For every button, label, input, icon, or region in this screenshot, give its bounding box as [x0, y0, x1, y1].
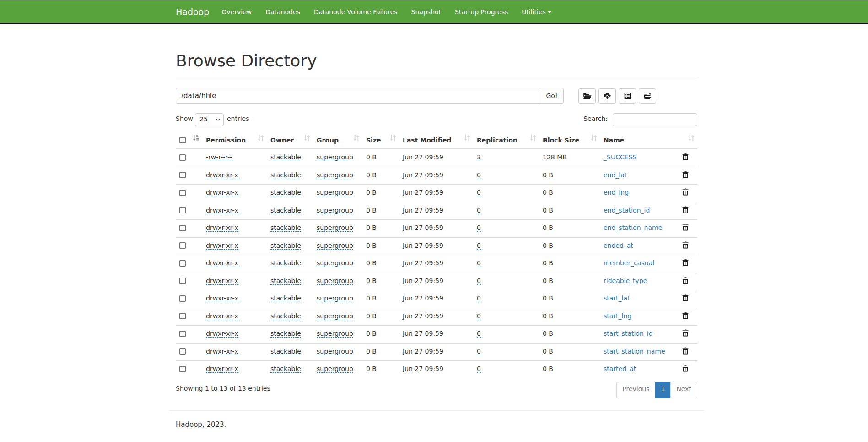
delete-entry-button[interactable]	[682, 241, 689, 249]
delete-entry-button[interactable]	[682, 277, 689, 284]
nav-item-utilities[interactable]: Utilities	[515, 0, 558, 23]
replication-cell[interactable]: 0	[477, 312, 481, 320]
replication-cell[interactable]: 0	[477, 295, 481, 302]
group-cell[interactable]: supergroup	[317, 348, 353, 355]
row-checkbox[interactable]	[179, 260, 186, 267]
row-checkbox[interactable]	[179, 331, 186, 337]
delete-entry-button[interactable]	[682, 365, 689, 372]
column-header-size[interactable]: Size	[362, 132, 399, 149]
row-checkbox[interactable]	[179, 295, 186, 302]
nav-item-datanode-volume-failures[interactable]: Datanode Volume Failures	[307, 0, 404, 23]
delete-entry-button[interactable]	[682, 171, 689, 178]
owner-cell[interactable]: stackable	[270, 330, 301, 338]
replication-cell[interactable]: 0	[477, 348, 481, 355]
permission-cell[interactable]: drwxr-xr-x	[206, 259, 238, 267]
replication-cell[interactable]: 0	[477, 224, 481, 232]
permission-cell[interactable]: drwxr-xr-x	[206, 312, 238, 320]
select-all-checkbox[interactable]	[179, 137, 186, 143]
permission-cell[interactable]: drwxr-xr-x	[206, 171, 238, 179]
nav-item-overview[interactable]: Overview	[215, 0, 259, 23]
permission-cell[interactable]: drwxr-xr-x	[206, 242, 238, 250]
permission-cell[interactable]: drwxr-xr-x	[206, 207, 238, 214]
search-input[interactable]	[613, 113, 697, 126]
group-cell[interactable]: supergroup	[317, 153, 353, 161]
entry-name-link[interactable]: end_station_name	[604, 224, 662, 231]
row-checkbox[interactable]	[179, 172, 186, 178]
paste-selected-button[interactable]	[639, 88, 656, 104]
row-checkbox[interactable]	[179, 313, 186, 319]
permission-cell[interactable]: drwxr-xr-x	[206, 348, 238, 355]
replication-cell[interactable]: 0	[477, 365, 481, 373]
owner-cell[interactable]: stackable	[270, 312, 301, 320]
nav-item-startup-progress[interactable]: Startup Progress	[448, 0, 515, 23]
entry-name-link[interactable]: ended_at	[604, 242, 633, 249]
owner-cell[interactable]: stackable	[270, 207, 301, 214]
pagination-page-1[interactable]: 1	[655, 382, 671, 398]
column-header-group[interactable]: Group	[313, 132, 362, 149]
entry-name-link[interactable]: start_station_id	[604, 330, 653, 337]
pagination-next[interactable]: Next	[670, 382, 697, 398]
permission-cell[interactable]: drwxr-xr-x	[206, 330, 238, 338]
group-cell[interactable]: supergroup	[317, 242, 353, 250]
permission-cell[interactable]: drwxr-xr-x	[206, 189, 238, 196]
group-cell[interactable]: supergroup	[317, 312, 353, 320]
owner-cell[interactable]: stackable	[270, 153, 301, 161]
row-checkbox[interactable]	[179, 154, 186, 161]
group-cell[interactable]: supergroup	[317, 259, 353, 267]
row-checkbox[interactable]	[179, 242, 186, 249]
column-header-name[interactable]: Name	[600, 132, 679, 149]
replication-cell[interactable]: 0	[477, 189, 481, 196]
entry-name-link[interactable]: start_lng	[604, 312, 631, 320]
group-cell[interactable]: supergroup	[317, 365, 353, 373]
delete-entry-button[interactable]	[682, 153, 689, 160]
entry-name-link[interactable]: _SUCCESS	[604, 153, 636, 161]
group-cell[interactable]: supergroup	[317, 277, 353, 285]
permission-cell[interactable]: drwxr-xr-x	[206, 224, 238, 232]
directory-path-input[interactable]	[176, 88, 540, 104]
entry-name-link[interactable]: end_station_id	[604, 207, 650, 214]
permission-cell[interactable]: drwxr-xr-x	[206, 277, 238, 285]
owner-cell[interactable]: stackable	[270, 242, 301, 250]
go-button[interactable]: Go!	[540, 88, 564, 104]
column-header-replication[interactable]: Replication	[473, 132, 539, 149]
replication-cell[interactable]: 0	[477, 242, 481, 250]
group-cell[interactable]: supergroup	[317, 295, 353, 302]
entry-name-link[interactable]: start_station_name	[604, 348, 665, 355]
select-all-header[interactable]	[176, 132, 202, 149]
delete-entry-button[interactable]	[682, 259, 689, 266]
owner-cell[interactable]: stackable	[270, 259, 301, 267]
permission-cell[interactable]: -rw-r--r--	[206, 153, 232, 161]
entry-name-link[interactable]: end_lng	[604, 189, 629, 196]
row-checkbox[interactable]	[179, 207, 186, 213]
column-header-block-size[interactable]: Block Size	[539, 132, 600, 149]
owner-cell[interactable]: stackable	[270, 295, 301, 302]
entry-name-link[interactable]: rideable_type	[604, 277, 647, 284]
cut-selected-button[interactable]	[619, 88, 636, 104]
delete-entry-button[interactable]	[682, 188, 689, 196]
page-size-select[interactable]: 25	[195, 113, 224, 126]
navbar-brand[interactable]: Hadoop	[176, 0, 215, 23]
delete-entry-button[interactable]	[682, 224, 689, 231]
create-directory-button[interactable]	[578, 88, 596, 104]
delete-entry-button[interactable]	[682, 329, 689, 337]
permission-cell[interactable]: drwxr-xr-x	[206, 295, 238, 302]
upload-files-button[interactable]	[598, 88, 616, 104]
row-checkbox[interactable]	[179, 278, 186, 284]
owner-cell[interactable]: stackable	[270, 365, 301, 373]
delete-entry-button[interactable]	[682, 347, 689, 355]
permission-cell[interactable]: drwxr-xr-x	[206, 365, 238, 373]
column-header-actions[interactable]	[679, 132, 697, 149]
delete-entry-button[interactable]	[682, 312, 689, 319]
nav-item-snapshot[interactable]: Snapshot	[404, 0, 448, 23]
delete-entry-button[interactable]	[682, 294, 689, 301]
entry-name-link[interactable]: start_lat	[604, 295, 630, 302]
group-cell[interactable]: supergroup	[317, 207, 353, 214]
group-cell[interactable]: supergroup	[317, 189, 353, 196]
entry-name-link[interactable]: end_lat	[604, 171, 627, 179]
column-header-owner[interactable]: Owner	[267, 132, 313, 149]
group-cell[interactable]: supergroup	[317, 171, 353, 179]
group-cell[interactable]: supergroup	[317, 224, 353, 232]
pagination-previous[interactable]: Previous	[616, 382, 655, 398]
replication-cell[interactable]: 0	[477, 207, 481, 214]
owner-cell[interactable]: stackable	[270, 348, 301, 355]
